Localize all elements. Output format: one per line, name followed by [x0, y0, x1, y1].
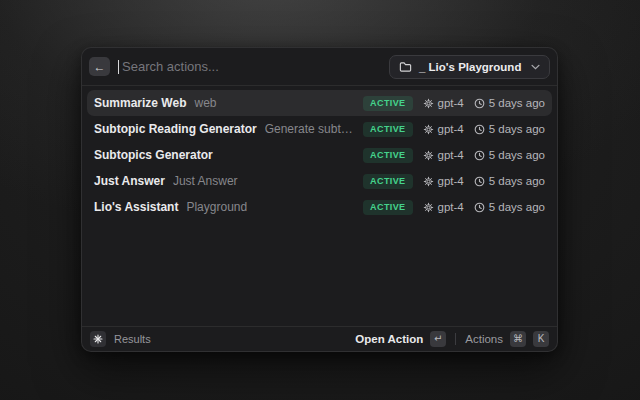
model-label: gpt-4	[438, 201, 464, 213]
action-meta: ACTIVE gpt-4 5 days ago	[363, 148, 545, 163]
k-key-badge[interactable]: K	[533, 331, 549, 347]
updated-label: 5 days ago	[489, 97, 545, 109]
model-label: gpt-4	[438, 97, 464, 109]
folder-icon	[399, 61, 412, 73]
model-meta: gpt-4	[423, 175, 464, 187]
model-label: gpt-4	[438, 149, 464, 161]
action-title: Summarize Web	[94, 96, 186, 110]
back-button[interactable]: ←	[89, 57, 110, 76]
clock-icon	[474, 202, 485, 213]
action-meta: ACTIVE gpt-4 5 days ago	[363, 174, 545, 189]
action-row-summarize-web[interactable]: Summarize Web web ACTIVE gpt-4 5 days ag…	[87, 90, 552, 116]
action-title: Lio's Assistant	[94, 200, 178, 214]
updated-meta: 5 days ago	[474, 97, 545, 109]
action-meta: ACTIVE gpt-4 5 days ago	[363, 200, 545, 215]
updated-label: 5 days ago	[489, 123, 545, 135]
cmd-key-badge[interactable]: ⌘	[510, 331, 526, 347]
text-cursor	[118, 60, 119, 74]
action-row-subtopic-reading-generator[interactable]: Subtopic Reading Generator Generate subt…	[87, 116, 552, 142]
action-subtitle: Just Answer	[173, 174, 238, 188]
action-subtitle: Playground	[186, 200, 247, 214]
status-badge: ACTIVE	[363, 96, 412, 111]
action-title: Subtopic Reading Generator	[94, 122, 257, 136]
clock-icon	[474, 98, 485, 109]
model-meta: gpt-4	[423, 97, 464, 109]
gear-icon	[423, 124, 434, 135]
model-label: gpt-4	[438, 175, 464, 187]
updated-meta: 5 days ago	[474, 175, 545, 187]
updated-meta: 5 days ago	[474, 149, 545, 161]
action-row-subtopics-generator[interactable]: Subtopics Generator ACTIVE gpt-4 5 days …	[87, 142, 552, 168]
palette-footer: Results Open Action ↵ Actions ⌘ K	[82, 326, 557, 351]
model-meta: gpt-4	[423, 149, 464, 161]
open-action-label: Open Action	[355, 333, 423, 345]
status-badge: ACTIVE	[363, 174, 412, 189]
updated-label: 5 days ago	[489, 201, 545, 213]
workspace-label: _ Lio's Playground	[419, 61, 521, 73]
footer-shortcuts: Open Action ↵ Actions ⌘ K	[355, 331, 549, 347]
action-meta: ACTIVE gpt-4 5 days ago	[363, 96, 545, 111]
status-badge: ACTIVE	[363, 148, 412, 163]
enter-key-badge[interactable]: ↵	[430, 331, 446, 347]
back-arrow-icon: ←	[94, 61, 106, 73]
gear-icon	[423, 202, 434, 213]
footer-divider	[455, 333, 456, 345]
command-palette-window: ← Search actions... _ Lio's Playground S…	[81, 47, 558, 352]
gear-icon	[423, 98, 434, 109]
chevron-down-icon	[531, 64, 540, 70]
app-logo-icon	[90, 331, 106, 347]
updated-meta: 5 days ago	[474, 201, 545, 213]
actions-list: Summarize Web web ACTIVE gpt-4 5 days ag…	[82, 86, 557, 326]
updated-meta: 5 days ago	[474, 123, 545, 135]
updated-label: 5 days ago	[489, 149, 545, 161]
search-placeholder: Search actions...	[122, 59, 219, 74]
model-meta: gpt-4	[423, 123, 464, 135]
model-label: gpt-4	[438, 123, 464, 135]
updated-label: 5 days ago	[489, 175, 545, 187]
action-subtitle: Generate subtopic reading material	[265, 122, 355, 136]
action-meta: ACTIVE gpt-4 5 days ago	[363, 122, 545, 137]
workspace-selector[interactable]: _ Lio's Playground	[389, 55, 550, 79]
palette-header: ← Search actions... _ Lio's Playground	[82, 48, 557, 86]
gear-icon	[423, 150, 434, 161]
clock-icon	[474, 124, 485, 135]
gear-icon	[423, 176, 434, 187]
results-label: Results	[114, 333, 151, 345]
clock-icon	[474, 176, 485, 187]
action-subtitle: web	[194, 96, 216, 110]
status-badge: ACTIVE	[363, 200, 412, 215]
search-input[interactable]: Search actions...	[118, 48, 381, 85]
action-row-lios-assistant[interactable]: Lio's Assistant Playground ACTIVE gpt-4 …	[87, 194, 552, 220]
action-row-just-answer[interactable]: Just Answer Just Answer ACTIVE gpt-4 5 d…	[87, 168, 552, 194]
action-title: Just Answer	[94, 174, 165, 188]
clock-icon	[474, 150, 485, 161]
status-badge: ACTIVE	[363, 122, 412, 137]
action-title: Subtopics Generator	[94, 148, 213, 162]
model-meta: gpt-4	[423, 201, 464, 213]
actions-label: Actions	[465, 333, 503, 345]
